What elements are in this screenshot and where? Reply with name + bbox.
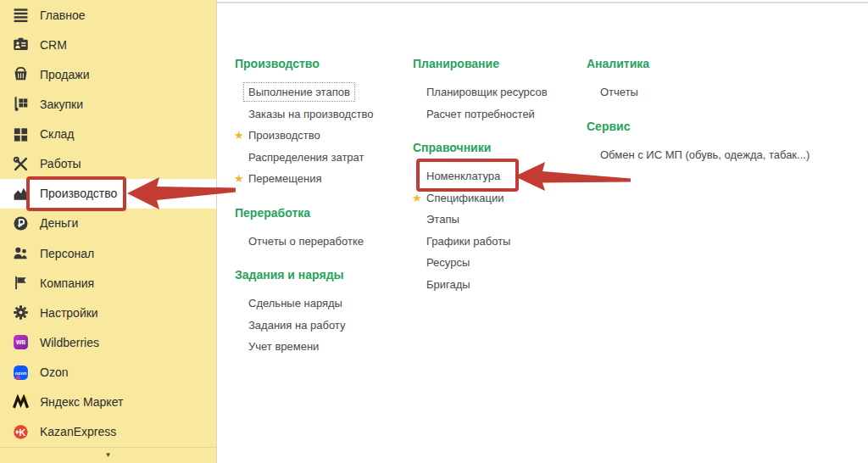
menu-link[interactable]: ★Перемещения: [235, 168, 374, 190]
menu-link-label: Заказы на производство: [248, 108, 374, 120]
sidebar-item-works[interactable]: Работы: [0, 149, 216, 179]
sidebar-item-ozon[interactable]: ozonOzon: [0, 358, 216, 388]
basket-icon: [12, 66, 29, 83]
svg-text:WB: WB: [15, 340, 25, 346]
menu-section: АналитикаОтчеты: [587, 53, 810, 103]
menu-column-1: ПроизводствоВыполнение этаповЗаказы на п…: [235, 53, 374, 370]
menu-link-label: Расчет потребностей: [426, 108, 535, 120]
menu-link[interactable]: Отчеты: [587, 81, 810, 103]
sidebar-item-label: KazanExpress: [40, 425, 116, 438]
menu-section-title: Планирование: [413, 53, 548, 75]
sidebar-item-settings[interactable]: Настройки: [0, 298, 216, 327]
sidebar-item-label: CRM: [40, 38, 67, 52]
menu-link-label: Ресурсы: [426, 256, 470, 269]
sidebar-item-label: Склад: [40, 127, 75, 141]
menu-link-label: Сдельные наряды: [248, 297, 342, 310]
panel-top-divider: [217, 2, 868, 3]
ozon-icon: ozon: [12, 364, 29, 381]
factory-chart-icon: [12, 185, 29, 202]
menu-column-3: АналитикаОтчетыСервисОбмен с ИС МП (обув…: [587, 53, 810, 177]
menu-section-title: Задания и наряды: [235, 264, 374, 286]
hamburger-icon: [12, 7, 29, 24]
ruble-circle-icon: [12, 215, 29, 232]
menu-link[interactable]: Выполнение этапов: [235, 81, 374, 103]
menu-link[interactable]: Планировщик ресурсов: [413, 81, 548, 103]
menu-link-label: Учет времени: [248, 340, 319, 353]
menu-link[interactable]: Расчет потребностей: [413, 103, 548, 126]
sidebar-item-label: Закупки: [40, 98, 83, 111]
menu-link-label: Обмен с ИС МП (обувь, одежда, табак...): [600, 148, 810, 161]
sidebar-item-yandex-market[interactable]: Яндекс Маркет: [0, 388, 216, 417]
menu-link[interactable]: ★Спецификации: [413, 187, 548, 209]
menu-section-title: Справочники: [413, 137, 548, 159]
sidebar-item-label: Настройки: [40, 306, 98, 320]
menu-link-label: Перемещения: [248, 172, 321, 185]
sidebar-item-label: Компания: [40, 276, 94, 290]
menu-link[interactable]: Обмен с ИС МП (обувь, одежда, табак...): [587, 144, 810, 166]
menu-link[interactable]: Графики работы: [413, 231, 548, 253]
people-icon: [12, 245, 29, 262]
menu-link-label: Спецификации: [426, 192, 504, 204]
menu-link-label: Планировщик ресурсов: [426, 86, 548, 98]
sidebar-item-personnel[interactable]: Персонал: [0, 238, 216, 268]
menu-link[interactable]: Номенклатура: [413, 165, 548, 187]
menu-link[interactable]: Распределения затрат: [235, 147, 374, 169]
favorite-star-icon: ★: [412, 187, 422, 209]
menu-section-title: Переработка: [235, 202, 374, 224]
menu-link-label: Производство: [248, 129, 320, 142]
sidebar-item-label: Яндекс Маркет: [40, 395, 123, 409]
menu-link[interactable]: Задания на работу: [235, 315, 374, 337]
crm-card-icon: [12, 36, 29, 53]
menu-section: ПереработкаОтчеты о переработке: [235, 202, 374, 253]
sidebar-item-purchases[interactable]: Закупки: [0, 89, 216, 119]
sidebar-collapse-button[interactable]: ▼: [0, 447, 216, 463]
menu-link[interactable]: Ресурсы: [413, 252, 548, 274]
sidebar-item-sales[interactable]: Продажи: [0, 59, 216, 89]
menu-column-2: ПланированиеПланировщик ресурсовРасчет п…: [413, 53, 548, 307]
favorite-star-icon: ★: [234, 168, 244, 190]
sidebar-menu: ГлавноеCRMПродажиЗакупкиСкладРаботыПроиз…: [0, 0, 216, 447]
sidebar-item-company[interactable]: Компания: [0, 268, 216, 298]
sidebar-item-wildberries[interactable]: WBWildberries: [0, 327, 216, 357]
menu-link-label: Бригады: [426, 278, 470, 291]
menu-link-label: Отчеты о переработке: [248, 235, 364, 248]
menu-link[interactable]: Учет времени: [235, 336, 374, 358]
sidebar-item-label: Главное: [40, 8, 86, 22]
section-menu-panel: ПроизводствоВыполнение этаповЗаказы на п…: [217, 0, 868, 463]
menu-link-label: Распределения затрат: [248, 151, 364, 164]
menu-section: Задания и нарядыСдельные нарядыЗадания н…: [235, 264, 374, 358]
sidebar-item-label: Продажи: [40, 68, 89, 81]
yandex-market-icon: [12, 393, 29, 410]
menu-link[interactable]: ★Производство: [235, 125, 374, 147]
menu-link[interactable]: Отчеты о переработке: [235, 231, 374, 253]
menu-link[interactable]: Заказы на производство: [235, 103, 374, 126]
menu-link-label: Номенклатура: [426, 170, 500, 182]
sidebar-item-label: Деньги: [40, 216, 78, 230]
menu-link-label: Графики работы: [426, 235, 510, 248]
sidebar-item-production[interactable]: Производство: [0, 179, 216, 209]
sidebar-item-money[interactable]: Деньги: [0, 209, 216, 238]
menu-section-title: Аналитика: [587, 53, 810, 75]
handtruck-icon: [12, 96, 29, 113]
menu-link-label: Задания на работу: [248, 319, 345, 332]
menu-section-title: Сервис: [587, 115, 810, 137]
sidebar-item-kazanexpress[interactable]: KKazanExpress: [0, 417, 216, 447]
menu-link-label: Выполнение этапов: [243, 82, 355, 102]
svg-text:K: K: [19, 427, 25, 437]
menu-link[interactable]: Сдельные наряды: [235, 293, 374, 315]
menu-link[interactable]: Бригады: [413, 274, 548, 296]
sidebar-item-label: Wildberries: [40, 336, 99, 349]
flag-icon: [12, 275, 29, 292]
menu-section: СервисОбмен с ИС МП (обувь, одежда, таба…: [587, 115, 810, 166]
sidebar-item-crm[interactable]: CRM: [0, 30, 216, 59]
menu-section-title: Производство: [235, 53, 374, 75]
menu-link-label: Этапы: [426, 213, 459, 226]
svg-text:ozon: ozon: [14, 370, 26, 375]
gear-icon: [12, 304, 29, 321]
sidebar-item-main[interactable]: Главное: [0, 0, 216, 30]
menu-section: СправочникиНоменклатура★СпецификацииЭтап…: [413, 137, 548, 295]
menu-section: ПланированиеПланировщик ресурсовРасчет п…: [413, 53, 548, 125]
menu-link[interactable]: Этапы: [413, 209, 548, 231]
sidebar-item-warehouse[interactable]: Склад: [0, 120, 216, 149]
menu-link-label: Отчеты: [600, 86, 638, 98]
